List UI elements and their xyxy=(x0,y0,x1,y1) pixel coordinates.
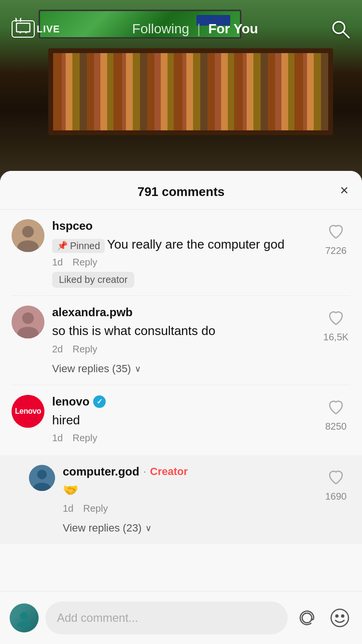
reply-button-hspceo[interactable]: Reply xyxy=(72,257,97,268)
heart-icon-alexandra[interactable] xyxy=(327,309,345,329)
username-alexandra: alexandra.pwb xyxy=(52,306,133,319)
heart-icon-computergod[interactable] xyxy=(327,469,345,488)
close-button[interactable]: × xyxy=(340,183,348,197)
svg-point-22 xyxy=(336,615,338,617)
svg-line-3 xyxy=(26,32,27,33)
svg-point-23 xyxy=(342,615,344,617)
live-label: LIVE xyxy=(37,24,60,35)
like-count-alexandra: 16,5K xyxy=(323,332,348,343)
reply-button-lenovo[interactable]: Reply xyxy=(72,433,97,444)
like-count-hspceo: 7226 xyxy=(325,245,347,256)
view-replies-alexandra[interactable]: View replies (35) ∨ xyxy=(52,359,314,377)
comment-meta-lenovo: 1d Reply xyxy=(52,433,314,444)
comments-header: 791 comments × xyxy=(0,171,362,210)
nav-divider: | xyxy=(197,21,200,37)
comments-count: 791 comments xyxy=(138,184,225,199)
creator-label: Creator xyxy=(150,465,188,478)
svg-point-21 xyxy=(331,609,348,627)
username-row-alexandra: alexandra.pwb xyxy=(52,306,314,319)
svg-line-2 xyxy=(19,32,21,33)
username-computergod: computer.god xyxy=(63,465,139,478)
comment-meta-hspceo: 1d Reply xyxy=(52,257,314,268)
lenovo-logo: Lenovo xyxy=(12,395,44,428)
dot-separator: · xyxy=(143,465,146,478)
comment-input-bar: Add comment... xyxy=(0,591,362,644)
current-user-avatar xyxy=(10,603,39,632)
svg-point-19 xyxy=(17,621,31,627)
svg-point-20 xyxy=(302,613,312,623)
svg-point-10 xyxy=(22,226,34,238)
search-icon[interactable] xyxy=(330,19,350,39)
heart-icon-hspceo[interactable] xyxy=(327,223,345,242)
nav-foryou[interactable]: For You xyxy=(208,21,258,37)
like-col-hspceo[interactable]: 7226 xyxy=(321,219,350,288)
svg-point-16 xyxy=(37,470,47,479)
comment-text-computergod: 🤝 xyxy=(63,481,314,499)
comment-text-hspceo: You really are the computer god xyxy=(107,237,285,252)
chevron-down-icon-2: ∨ xyxy=(145,523,152,533)
view-replies-computergod[interactable]: View replies (23) ∨ xyxy=(63,518,314,536)
pin-icon: 📌 xyxy=(57,240,68,251)
avatar-alexandra[interactable] xyxy=(12,306,44,338)
username-hspceo: hspceo xyxy=(52,219,93,233)
svg-point-18 xyxy=(20,612,28,620)
username-lenovo: lenovo xyxy=(52,395,89,408)
comment-lenovo: Lenovo lenovo hired 1d Reply xyxy=(0,385,362,455)
username-row-lenovo: lenovo xyxy=(52,395,314,408)
svg-line-8 xyxy=(343,32,349,38)
comment-time-lenovo: 1d xyxy=(52,433,63,444)
input-action-icons xyxy=(294,605,352,630)
reply-button-computergod[interactable]: Reply xyxy=(83,503,108,514)
like-col-computergod[interactable]: 1690 xyxy=(321,465,350,536)
like-count-computergod: 1690 xyxy=(325,491,347,502)
like-count-lenovo: 8250 xyxy=(325,421,347,432)
comment-text-alexandra: so this is what consultants do xyxy=(52,322,314,339)
pinned-comment-text: 📌 Pinned You really are the computer god xyxy=(52,236,314,253)
bookshelf xyxy=(48,48,333,135)
avatar-hspceo[interactable] xyxy=(12,219,44,252)
comments-list[interactable]: hspceo 📌 Pinned You really are the compu… xyxy=(0,210,362,586)
heart-icon-lenovo[interactable] xyxy=(327,399,345,418)
live-badge[interactable]: LIVE xyxy=(12,20,60,38)
username-row-computergod: computer.god · Creator xyxy=(63,465,314,478)
comment-computergod: computer.god · Creator 🤝 1d Reply View r… xyxy=(0,455,362,544)
nav-following[interactable]: Following xyxy=(132,21,189,37)
comment-body-hspceo: hspceo 📌 Pinned You really are the compu… xyxy=(52,219,314,288)
nav-tabs: Following | For You xyxy=(132,21,258,37)
verified-badge-lenovo xyxy=(93,395,106,408)
svg-point-13 xyxy=(22,312,34,324)
comment-hspceo: hspceo 📌 Pinned You really are the compu… xyxy=(0,210,362,295)
username-row-hspceo: hspceo xyxy=(52,219,314,233)
pinned-badge: 📌 Pinned xyxy=(52,239,105,253)
avatar-computergod[interactable] xyxy=(29,465,55,491)
avatar-lenovo[interactable]: Lenovo xyxy=(12,395,44,428)
comment-body-alexandra: alexandra.pwb so this is what consultant… xyxy=(52,306,314,377)
comment-input-field[interactable]: Add comment... xyxy=(45,602,288,634)
emoji-icon[interactable] xyxy=(327,605,352,630)
like-col-alexandra[interactable]: 16,5K xyxy=(321,306,350,377)
comment-alexandra: alexandra.pwb so this is what consultant… xyxy=(0,296,362,384)
reply-button-alexandra[interactable]: Reply xyxy=(72,344,97,355)
comments-panel: 791 comments × hspceo 📌 xyxy=(0,171,362,644)
header: LIVE Following | For You xyxy=(0,0,362,58)
comment-meta-alexandra: 2d Reply xyxy=(52,344,314,355)
comment-body-lenovo: lenovo hired 1d Reply xyxy=(52,395,314,448)
comment-time-computergod: 1d xyxy=(63,503,73,514)
svg-rect-1 xyxy=(16,23,30,32)
chevron-down-icon: ∨ xyxy=(135,364,141,374)
like-col-lenovo[interactable]: 8250 xyxy=(321,395,350,448)
comment-text-lenovo: hired xyxy=(52,411,314,429)
comment-meta-computergod: 1d Reply xyxy=(63,503,314,514)
comment-time-alexandra: 2d xyxy=(52,344,63,355)
at-icon[interactable] xyxy=(294,605,320,630)
comment-placeholder[interactable]: Add comment... xyxy=(57,611,138,625)
liked-by-creator-badge: Liked by creator xyxy=(52,272,134,288)
comment-body-computergod: computer.god · Creator 🤝 1d Reply View r… xyxy=(63,465,314,536)
live-tv-icon xyxy=(12,20,35,38)
comment-time-hspceo: 1d xyxy=(52,257,63,268)
